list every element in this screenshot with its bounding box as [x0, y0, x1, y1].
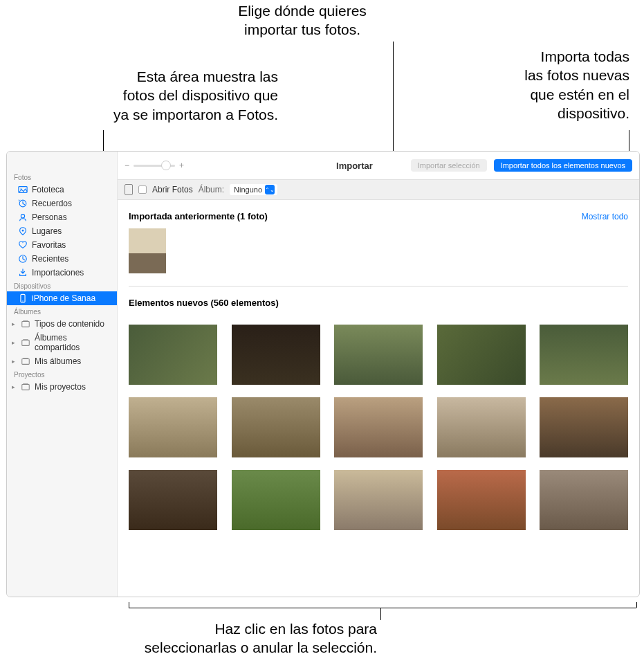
sidebar-item-label: iPhone de Sanaa [32, 293, 110, 303]
minus-icon: − [125, 161, 129, 170]
sidebar-item-device[interactable]: iPhone de Sanaa [7, 291, 117, 305]
photo-thumbnail[interactable] [129, 397, 217, 457]
annotation-click-select: Haz clic en las fotos paraseleccionarlas… [90, 619, 377, 657]
zoom-slider[interactable]: − + [125, 161, 184, 170]
chevron-updown-icon: ⌃⌄ [265, 185, 275, 194]
album-icon [21, 319, 30, 329]
sidebar-item-favoritas[interactable]: Favoritas [7, 238, 117, 252]
open-photos-label: Abrir Fotos [152, 185, 193, 194]
svg-point-7 [22, 300, 23, 301]
sidebar-item-albumes-compartidos[interactable]: ▸ Álbumes compartidos [7, 331, 117, 354]
svg-rect-9 [23, 320, 28, 321]
already-imported-header: Importada anteriormente (1 foto) Mostrar… [129, 207, 628, 226]
slider-thumb[interactable] [161, 161, 171, 170]
import-icon [18, 268, 28, 278]
chevron-right-icon[interactable]: ▸ [10, 383, 17, 390]
toolbar: − + Importar Importar selección Importar… [118, 152, 639, 179]
sidebar-item-label: Fototeca [32, 185, 110, 194]
sidebar-section-proyectos: Proyectos [7, 368, 117, 380]
photo-thumbnail[interactable] [232, 325, 320, 385]
sidebar-section-fotos: Fotos [7, 171, 117, 183]
sidebar-item-label: Importaciones [32, 268, 110, 278]
sidebar-item-mis-proyectos[interactable]: ▸ Mis proyectos [7, 380, 117, 394]
callout-line [380, 608, 381, 620]
svg-rect-12 [22, 359, 30, 365]
sidebar: Fotos Fototeca Recuerdos Personas Lugare… [7, 152, 118, 597]
svg-rect-14 [22, 385, 30, 390]
phone-icon [18, 293, 28, 303]
sidebar-item-mis-albumes[interactable]: ▸ Mis álbumes [7, 354, 117, 368]
photo-thumbnail[interactable] [129, 228, 166, 273]
sidebar-item-recientes[interactable]: Recientes [7, 252, 117, 266]
sidebar-item-personas[interactable]: Personas [7, 210, 117, 224]
photos-window: Fotos Fototeca Recuerdos Personas Lugare… [6, 151, 640, 597]
sidebar-item-tipos-contenido[interactable]: ▸ Tipos de contenido [7, 317, 117, 331]
photo-thumbnail[interactable] [129, 470, 217, 530]
sidebar-item-label: Tipos de contenido [35, 319, 110, 329]
svg-rect-15 [23, 383, 28, 384]
album-icon [21, 356, 30, 366]
people-icon [18, 212, 28, 222]
chevron-right-icon[interactable]: ▸ [10, 358, 17, 365]
sidebar-item-label: Mis proyectos [35, 382, 110, 392]
places-icon [18, 226, 28, 236]
thumbnail-row [129, 470, 628, 530]
photo-thumbnail[interactable] [437, 397, 526, 457]
album-icon [21, 338, 30, 347]
callout-line [129, 602, 129, 608]
sidebar-item-label: Mis álbumes [35, 356, 110, 366]
photo-thumbnail[interactable] [334, 470, 423, 530]
new-items-header: Elementos nuevos (560 elementos) [129, 293, 628, 312]
svg-rect-13 [23, 358, 28, 358]
svg-point-4 [22, 230, 24, 232]
sidebar-item-lugares[interactable]: Lugares [7, 224, 117, 238]
sidebar-item-label: Álbumes compartidos [35, 333, 110, 352]
photo-thumbnail[interactable] [437, 470, 526, 530]
import-all-new-button[interactable]: Importar todos los elementos nuevos [494, 159, 632, 172]
photo-thumbnail[interactable] [129, 325, 217, 385]
callout-line [636, 602, 637, 608]
photo-thumbnail[interactable] [232, 397, 320, 457]
svg-rect-11 [23, 339, 28, 340]
plus-icon: + [179, 161, 184, 170]
photo-thumbnail[interactable] [540, 397, 628, 457]
annotation-already-imported: Esta área muestra lasfotos del dispositi… [50, 67, 278, 124]
import-subbar: Abrir Fotos Álbum: Ninguno ⌃⌄ [118, 179, 639, 200]
album-icon [21, 382, 30, 392]
sidebar-item-recuerdos[interactable]: Recuerdos [7, 197, 117, 210]
svg-rect-8 [22, 322, 30, 327]
open-photos-checkbox[interactable] [138, 185, 147, 194]
import-selected-button: Importar selección [411, 159, 487, 172]
album-select-value: Ninguno [234, 185, 262, 194]
chevron-right-icon[interactable]: ▸ [10, 320, 17, 327]
thumbnail-row [129, 397, 628, 457]
sidebar-item-label: Lugares [32, 226, 110, 236]
show-all-link[interactable]: Mostrar todo [582, 212, 628, 221]
album-select[interactable]: Ninguno ⌃⌄ [230, 184, 277, 195]
annotation-import-all: Importa todaslas fotos nuevasque estén e… [477, 47, 629, 122]
sidebar-item-label: Personas [32, 212, 110, 222]
sidebar-item-fototeca[interactable]: Fototeca [7, 183, 117, 197]
slider-track[interactable] [134, 165, 175, 167]
divider [129, 286, 628, 287]
callout-line [129, 608, 636, 608]
sidebar-item-label: Favoritas [32, 240, 110, 250]
photo-thumbnail[interactable] [334, 325, 423, 385]
photo-thumbnail[interactable] [540, 470, 628, 530]
sidebar-item-label: Recuerdos [32, 199, 110, 208]
photos-icon [18, 185, 28, 194]
photo-thumbnail[interactable] [334, 397, 423, 457]
content-area: Importada anteriormente (1 foto) Mostrar… [118, 200, 639, 597]
heart-icon [18, 240, 28, 250]
device-icon [125, 184, 133, 195]
photo-thumbnail[interactable] [232, 470, 320, 530]
section-title: Importada anteriormente (1 foto) [129, 211, 268, 221]
photo-thumbnail[interactable] [540, 325, 628, 385]
clock-icon [18, 254, 28, 264]
sidebar-section-albumes: Álbumes [7, 305, 117, 317]
section-title: Elementos nuevos (560 elementos) [129, 298, 279, 308]
annotation-choose-destination: Elige dónde quieresimportar tus fotos. [212, 1, 392, 39]
chevron-right-icon[interactable]: ▸ [10, 339, 17, 346]
sidebar-item-importaciones[interactable]: Importaciones [7, 266, 117, 280]
photo-thumbnail[interactable] [437, 325, 526, 385]
